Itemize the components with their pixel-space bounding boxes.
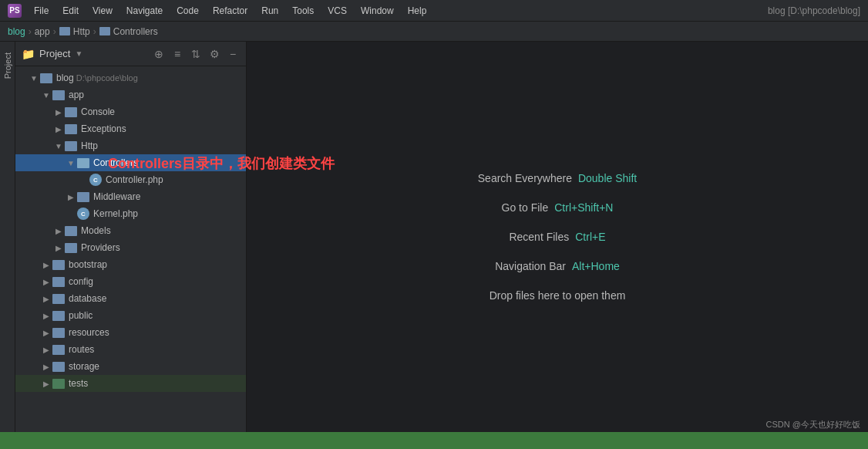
tree-label: Controller.php bbox=[106, 174, 163, 185]
tree-item-tests[interactable]: ▶ tests bbox=[15, 375, 246, 392]
tree-item-public[interactable]: ▶ public bbox=[15, 307, 246, 324]
chevron-right-icon: ▶ bbox=[40, 312, 52, 320]
settings-btn[interactable]: ⚙ bbox=[207, 47, 221, 61]
breadcrumb-app[interactable]: app bbox=[35, 26, 50, 37]
tree-item-app[interactable]: ▼ app bbox=[15, 86, 246, 103]
tree-label: storage bbox=[69, 361, 99, 372]
folder-http-icon bbox=[65, 141, 77, 151]
window-title: blog [D:\phpcode\blog] bbox=[768, 5, 860, 16]
tree-item-exceptions[interactable]: ▶ Exceptions bbox=[15, 120, 246, 137]
main-layout: Project 📁 Project ▼ ⊕ ≡ ⇅ ⚙ − ▼ blog D:\… bbox=[0, 42, 868, 449]
sort-btn[interactable]: ⇅ bbox=[189, 47, 203, 61]
folder-blog-icon bbox=[40, 73, 52, 83]
hint-label: Go to File bbox=[502, 201, 549, 214]
breadcrumb-controllers[interactable]: Controllers bbox=[99, 26, 158, 37]
hint-shortcut: Double Shift bbox=[578, 172, 637, 184]
tree-label: Console bbox=[81, 106, 115, 117]
tree-item-http[interactable]: ▼ Http bbox=[15, 137, 246, 154]
hint-shortcut: Ctrl+E bbox=[575, 231, 605, 243]
menu-refactor[interactable]: Refactor bbox=[207, 4, 254, 18]
content-area: Search Everywhere Double Shift Go to Fil… bbox=[247, 42, 868, 449]
folder-bootstrap-icon bbox=[52, 260, 65, 270]
menu-window[interactable]: Window bbox=[355, 4, 400, 18]
side-tab-project[interactable]: Project bbox=[2, 49, 14, 82]
tree-label: Kernel.php bbox=[93, 208, 138, 219]
hint-label: Drop files here to open them bbox=[490, 289, 626, 302]
side-tab: Project bbox=[0, 42, 15, 449]
folder-storage-icon bbox=[52, 362, 65, 372]
tree-item-storage[interactable]: ▶ storage bbox=[15, 358, 246, 375]
tree-item-kernel-php[interactable]: C Kernel.php bbox=[15, 205, 246, 222]
tree-item-bootstrap[interactable]: ▶ bootstrap bbox=[15, 256, 246, 273]
locate-file-btn[interactable]: ⊕ bbox=[152, 47, 166, 61]
tree-item-console[interactable]: ▶ Console bbox=[15, 103, 246, 120]
tree-label: database bbox=[69, 293, 106, 304]
hint-recent-files: Recent Files Ctrl+E bbox=[293, 231, 822, 243]
menu-navigate[interactable]: Navigate bbox=[120, 4, 169, 18]
breadcrumb-sep-3: › bbox=[93, 26, 96, 37]
menu-help[interactable]: Help bbox=[402, 4, 433, 18]
tree-label: Providers bbox=[81, 242, 120, 253]
menu-edit[interactable]: Edit bbox=[56, 4, 85, 18]
folder-public-icon bbox=[52, 311, 65, 321]
tree-item-config[interactable]: ▶ config bbox=[15, 273, 246, 290]
tree-path: D:\phpcode\blog bbox=[74, 73, 138, 83]
tree-item-middleware[interactable]: ▶ Middleware bbox=[15, 188, 246, 205]
tree-label: Middleware bbox=[93, 191, 140, 202]
folder-icon bbox=[59, 27, 70, 35]
chevron-right-icon: ▶ bbox=[40, 346, 52, 354]
php-file-icon: C bbox=[89, 174, 102, 186]
php-file-icon: C bbox=[77, 208, 89, 220]
project-panel: 📁 Project ▼ ⊕ ≡ ⇅ ⚙ − ▼ blog D:\phpcode\… bbox=[15, 42, 247, 449]
folder-app-icon bbox=[52, 90, 65, 100]
hint-search-everywhere: Search Everywhere Double Shift bbox=[293, 172, 822, 184]
tree-item-resources[interactable]: ▶ resources bbox=[15, 324, 246, 341]
tree-item-models[interactable]: ▶ Models bbox=[15, 222, 246, 239]
collapse-all-btn[interactable]: ≡ bbox=[170, 47, 184, 61]
chevron-down-icon: ▼ bbox=[65, 159, 77, 167]
tree-label: blog bbox=[56, 73, 74, 83]
tree-item-routes[interactable]: ▶ routes bbox=[15, 341, 246, 358]
hint-label: Recent Files bbox=[509, 231, 569, 243]
panel-header: 📁 Project ▼ ⊕ ≡ ⇅ ⚙ − bbox=[15, 42, 246, 66]
tree-label: app bbox=[69, 89, 84, 100]
chevron-right-icon: ▶ bbox=[52, 108, 65, 116]
folder-tests-icon bbox=[52, 379, 65, 389]
tree-label: Controllers bbox=[93, 157, 138, 168]
menu-code[interactable]: Code bbox=[170, 4, 205, 18]
panel-title-dropdown-icon[interactable]: ▼ bbox=[75, 49, 82, 58]
file-tree: ▼ blog D:\phpcode\blog ▼ app ▶ Consol bbox=[15, 66, 246, 449]
hint-goto-file: Go to File Ctrl+Shift+N bbox=[293, 201, 822, 214]
tree-item-database[interactable]: ▶ database bbox=[15, 290, 246, 307]
app-icon: PS bbox=[8, 4, 22, 18]
tree-item-providers[interactable]: ▶ Providers bbox=[15, 239, 246, 256]
tree-item-controller-php[interactable]: C Controller.php bbox=[15, 171, 246, 188]
chevron-right-icon: ▶ bbox=[40, 380, 52, 388]
menu-run[interactable]: Run bbox=[255, 4, 284, 18]
tree-item-blog[interactable]: ▼ blog D:\phpcode\blog bbox=[15, 69, 246, 86]
chevron-down-icon: ▼ bbox=[40, 91, 52, 100]
menu-bar: File Edit View Navigate Code Refactor Ru… bbox=[28, 4, 432, 18]
chevron-right-icon: ▶ bbox=[40, 295, 52, 303]
tree-item-controllers[interactable]: ▼ Controllers bbox=[15, 154, 246, 171]
chevron-right-icon: ▶ bbox=[40, 278, 52, 286]
breadcrumb-sep-2: › bbox=[53, 26, 56, 37]
tree-label: routes bbox=[69, 344, 94, 355]
breadcrumb-blog[interactable]: blog bbox=[8, 26, 25, 37]
menu-vcs[interactable]: VCS bbox=[321, 4, 353, 18]
menu-file[interactable]: File bbox=[28, 4, 55, 18]
menu-tools[interactable]: Tools bbox=[286, 4, 320, 18]
hint-navigation-bar: Navigation Bar Alt+Home bbox=[293, 260, 822, 272]
menu-view[interactable]: View bbox=[86, 4, 119, 18]
tree-label: Exceptions bbox=[81, 123, 126, 134]
breadcrumb-http[interactable]: Http bbox=[59, 26, 90, 37]
tree-label: tests bbox=[69, 378, 88, 389]
hint-label: Search Everywhere bbox=[478, 172, 572, 184]
status-bar bbox=[0, 432, 868, 449]
chevron-down-icon: ▼ bbox=[28, 74, 40, 83]
hint-shortcut: Alt+Home bbox=[572, 260, 620, 272]
tree-label: resources bbox=[69, 327, 109, 338]
close-panel-btn[interactable]: − bbox=[226, 47, 240, 61]
tree-label: config bbox=[69, 276, 93, 287]
chevron-right-icon: ▶ bbox=[52, 227, 65, 235]
